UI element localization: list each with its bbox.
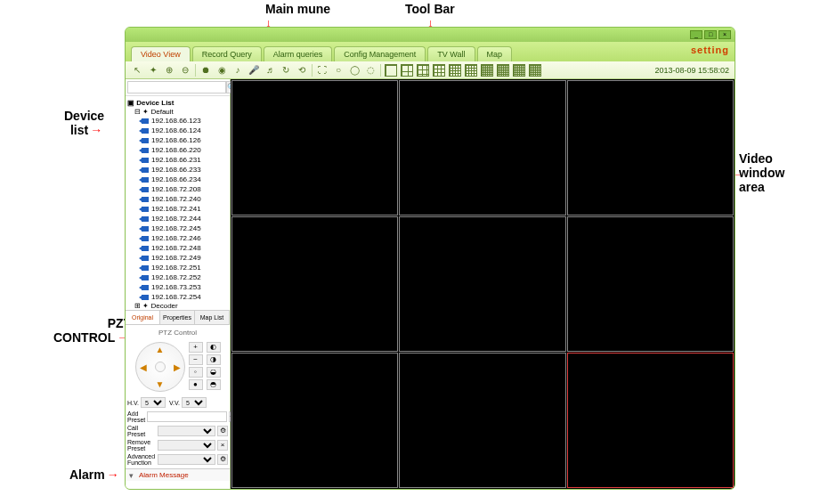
layout-1-icon[interactable] (385, 64, 397, 77)
sidebar-tab-properties[interactable]: Properties (160, 311, 195, 324)
ptz-aux1-button[interactable]: ◒ (207, 367, 221, 378)
video-cell-8[interactable] (399, 353, 565, 488)
device-node[interactable]: 192.168.73.253 (127, 282, 228, 292)
sidebar-tab-maplist[interactable]: Map List (195, 311, 230, 324)
menu-tab-video-view[interactable]: Video View (131, 46, 191, 61)
refresh-icon[interactable]: ↻ (280, 64, 292, 77)
layout-16-icon[interactable] (433, 64, 445, 77)
ptz-aux2-button[interactable]: ◓ (207, 379, 221, 390)
video-cell-5[interactable] (399, 216, 565, 352)
speaker-icon[interactable]: ♬ (264, 64, 276, 77)
video-cell-1[interactable] (231, 80, 398, 215)
advanced-button[interactable]: ⚙ (217, 454, 228, 465)
layout-9-icon[interactable] (417, 64, 429, 77)
zoom-out-icon[interactable]: ⊖ (179, 64, 191, 77)
menu-tab-record-query[interactable]: Record Query (192, 46, 262, 61)
ptz-zoom-out-button[interactable]: − (189, 354, 203, 365)
device-node[interactable]: 192.168.66.233 (127, 165, 228, 175)
close-button[interactable]: × (718, 30, 731, 39)
fullscreen-icon[interactable]: ⛶ (316, 64, 329, 77)
video-cell-7[interactable] (231, 353, 398, 488)
circle1-icon[interactable]: ○ (332, 64, 345, 77)
call-preset-select[interactable] (158, 426, 215, 436)
device-node[interactable]: 192.168.66.220 (127, 145, 228, 155)
tree-root[interactable]: ▣ Device List (127, 98, 228, 108)
snapshot-icon[interactable]: ◉ (215, 64, 228, 77)
ptz-up-button[interactable]: ▲ (156, 345, 165, 354)
menu-tab-map[interactable]: Map (477, 46, 513, 61)
alarm-message-label[interactable]: Alarm Message (139, 471, 189, 479)
device-ip: 192.168.66.220 (151, 146, 201, 154)
ptz-center-button[interactable] (155, 362, 166, 372)
layout-64-icon[interactable] (497, 64, 509, 77)
video-cell-2[interactable] (399, 80, 565, 215)
maximize-button[interactable]: □ (704, 30, 717, 39)
sidebar-tab-original[interactable]: Original (126, 311, 160, 324)
remove-preset-select[interactable] (158, 440, 215, 451)
device-node[interactable]: 192.168.72.248 (127, 243, 228, 253)
call-preset-button[interactable]: ⚙ (217, 426, 228, 436)
device-node[interactable]: 192.168.72.244 (127, 214, 228, 224)
search-input[interactable] (127, 81, 226, 93)
device-node[interactable]: 192.168.72.254 (127, 292, 228, 302)
layout-81-icon[interactable] (513, 64, 525, 77)
device-tree[interactable]: ▣ Device List ⊟ ✦ Default 192.168.66.123… (126, 96, 230, 310)
tree-group-default[interactable]: ⊟ ✦ Default (127, 108, 228, 116)
menu-tab-alarm-queries[interactable]: Alarm queries (264, 46, 333, 61)
device-node[interactable]: 192.168.72.245 (127, 224, 228, 233)
setting-label[interactable]: setting (691, 45, 729, 55)
ptz-focus-out-button[interactable]: ● (189, 379, 203, 390)
minimize-button[interactable]: _ (690, 30, 702, 39)
device-ip: 192.168.72.254 (151, 293, 201, 301)
record-icon[interactable]: ⏺ (199, 64, 212, 77)
remove-preset-button[interactable]: × (217, 440, 228, 451)
device-ip: 192.168.66.123 (151, 117, 201, 125)
app-window: _ □ × Video View Record Query Alarm quer… (125, 27, 735, 490)
device-node[interactable]: 192.168.72.252 (127, 272, 228, 282)
device-node[interactable]: 192.168.72.208 (127, 184, 228, 194)
layout-4-icon[interactable] (401, 64, 413, 77)
video-cell-4[interactable] (231, 216, 398, 352)
device-node[interactable]: 192.168.72.241 (127, 204, 228, 214)
volume-icon[interactable]: ♪ (231, 64, 244, 77)
ptz-zoom-in-button[interactable]: + (189, 342, 203, 353)
ptz-iris-close-button[interactable]: ◑ (207, 354, 221, 365)
device-node[interactable]: 192.168.66.231 (127, 155, 228, 165)
layout-100-icon[interactable] (529, 64, 541, 77)
device-node[interactable]: 192.168.66.124 (127, 126, 228, 135)
advanced-select[interactable] (158, 454, 215, 465)
pointer-icon[interactable]: ↖ (131, 64, 143, 77)
video-cell-6[interactable] (567, 216, 734, 352)
patrol-icon[interactable]: ⟲ (296, 64, 308, 77)
device-node[interactable]: 192.168.72.249 (127, 253, 228, 263)
hv-select[interactable]: 5 (141, 397, 166, 408)
cursor-icon[interactable]: ✦ (147, 64, 159, 77)
device-node[interactable]: 192.168.72.240 (127, 194, 228, 204)
ptz-right-button[interactable]: ▶ (174, 362, 181, 372)
layout-25-icon[interactable] (449, 64, 461, 77)
video-cell-3[interactable] (567, 80, 734, 215)
video-cell-9[interactable] (567, 353, 734, 488)
device-node[interactable]: 192.168.72.251 (127, 263, 228, 272)
zoom-in-icon[interactable]: ⊕ (163, 64, 175, 77)
layout-49-icon[interactable] (481, 64, 493, 77)
camera-icon (142, 148, 149, 153)
menu-tab-config-management[interactable]: Config Management (334, 46, 426, 61)
ptz-focus-in-button[interactable]: ◦ (189, 367, 203, 378)
device-node[interactable]: 192.168.66.123 (127, 116, 228, 126)
layout-36-icon[interactable] (465, 64, 477, 77)
ptz-down-button[interactable]: ▼ (156, 379, 165, 389)
ptz-iris-open-button[interactable]: ◐ (207, 342, 221, 353)
device-node[interactable]: 192.168.66.126 (127, 135, 228, 145)
circle2-icon[interactable]: ◯ (348, 64, 361, 77)
tree-group-decoder[interactable]: ⊞ ✦ Decoder (127, 302, 228, 310)
add-preset-input[interactable] (147, 411, 227, 422)
mic-icon[interactable]: 🎤 (248, 64, 260, 77)
vv-select[interactable]: 5 (182, 397, 207, 408)
device-node[interactable]: 192.168.66.234 (127, 175, 228, 184)
ptz-left-button[interactable]: ◀ (140, 362, 147, 372)
alarm-toggle-icon[interactable]: ▾ (129, 471, 134, 480)
device-node[interactable]: 192.168.72.246 (127, 233, 228, 243)
circle3-icon[interactable]: ◌ (364, 64, 377, 77)
menu-tab-tv-wall[interactable]: TV Wall (427, 46, 475, 61)
